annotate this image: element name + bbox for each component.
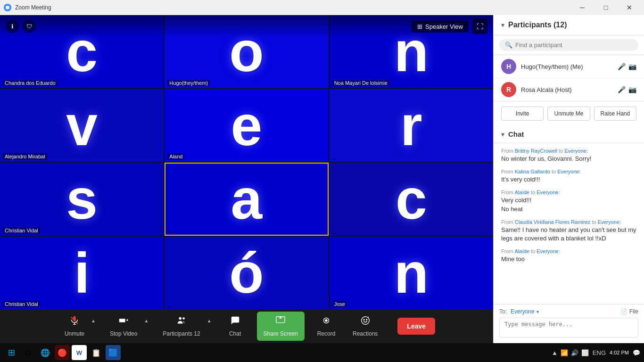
video-cell-10[interactable]: ó <box>165 237 328 310</box>
time-display: 4:02 PM <box>610 349 629 356</box>
chat-section: ▾ Chat From Brittny RayCrowell to Everyo… <box>494 125 644 343</box>
info-button[interactable]: ℹ <box>6 20 19 33</box>
chat-to-4[interactable]: Everyone: <box>537 248 560 254</box>
maximize-button[interactable]: □ <box>595 0 617 15</box>
taskbar-expand-icon[interactable]: ▲ <box>552 349 558 356</box>
chat-from-2[interactable]: Alaíde <box>515 189 529 195</box>
chat-recipient: Everyone <box>511 308 535 315</box>
chat-message-2: From Alaíde to Everyone: Very cold!!!No … <box>501 189 636 213</box>
chat-to-select[interactable]: Everyone ▾ <box>511 308 539 315</box>
windows-logo-icon: ⊞ <box>8 347 15 358</box>
close-button[interactable]: ✕ <box>619 0 640 15</box>
video-icon-rosa: 📷 <box>628 86 636 93</box>
video-cell-9[interactable]: i Christian Vidal <box>0 237 164 310</box>
unmute-button[interactable]: Unmute <box>60 313 89 340</box>
chat-icon <box>230 315 240 329</box>
leave-button[interactable]: Leave <box>397 318 435 335</box>
search-input[interactable] <box>515 41 633 49</box>
video-cell-5[interactable]: r <box>330 89 493 162</box>
participant-name-2: Noa Mayari De lolsimie <box>332 80 389 86</box>
participant-name-rosa: Rosa Alcala (Host) <box>521 86 613 93</box>
record-button[interactable]: Record <box>312 313 340 340</box>
video-cell-6[interactable]: s Christian Vidal <box>0 163 164 236</box>
participants-button[interactable]: Participants 12 <box>158 313 205 340</box>
fullscreen-button[interactable]: ⛶ <box>472 19 487 34</box>
chat-to-0[interactable]: Everyone: <box>565 148 588 154</box>
toolbar: Unmute ▲ Stop Video ▲ <box>0 309 493 343</box>
chat-chevron[interactable]: ▾ <box>501 131 504 138</box>
chat-header: ▾ Chat <box>494 125 644 143</box>
participants-list: H Hugo(They/them) (Me) 🎤 📷 R Rosa Alcala… <box>494 55 644 101</box>
taskbar-explorer-icon[interactable]: 🗂 <box>21 345 36 360</box>
chat-text-0: No winter for us, Giovanni. Sorry! <box>501 155 636 163</box>
taskbar-zoom-icon[interactable]: 🟦 <box>106 345 121 360</box>
video-cell-4[interactable]: e Aland <box>165 89 328 162</box>
unmute-me-button[interactable]: Unmute Me <box>547 107 590 121</box>
topbar-left: ℹ 🛡 <box>6 20 36 33</box>
shield-button[interactable]: 🛡 <box>23 20 36 33</box>
video-cell-7[interactable]: a <box>165 163 328 236</box>
stop-video-arrow[interactable]: ▲ <box>142 316 150 325</box>
taskbar-chrome-icon[interactable]: 🌐 <box>38 345 53 360</box>
titlebar: Zoom Meeting ─ □ ✕ <box>0 0 644 15</box>
notification-icon[interactable]: 💬 <box>633 349 640 356</box>
chat-from-0[interactable]: Brittny RayCrowell <box>515 148 557 154</box>
taskbar-word-icon[interactable]: W <box>72 345 87 360</box>
topbar-right: ⊞ Speaker View ⛶ <box>412 19 487 34</box>
raise-hand-button[interactable]: Raise Hand <box>594 107 636 121</box>
chat-tool-button[interactable]: Chat <box>221 313 249 340</box>
chat-from-4[interactable]: Alaíde <box>515 248 529 254</box>
stop-video-button[interactable]: Stop Video <box>105 313 142 340</box>
file-button[interactable]: 📄 File <box>620 308 638 315</box>
chat-to-label: To: <box>499 308 507 315</box>
chat-to-3[interactable]: Everyone: <box>598 219 621 225</box>
language-indicator[interactable]: ENG <box>593 349 606 356</box>
participants-group: Participants 12 ▲ <box>158 313 213 340</box>
search-input-wrap: 🔍 <box>499 39 638 51</box>
chat-to-2[interactable]: Everyone: <box>537 189 560 195</box>
participant-name-0: Chandra dos Eduardo <box>3 80 58 86</box>
unmute-arrow[interactable]: ▲ <box>89 316 98 325</box>
reactions-button[interactable]: Reactions <box>348 313 382 340</box>
share-screen-icon <box>275 315 286 329</box>
taskbar-clipboard-icon[interactable]: 📋 <box>89 345 104 360</box>
minimize-button[interactable]: ─ <box>571 0 593 15</box>
invite-button[interactable]: Invite <box>501 107 544 121</box>
stop-video-label: Stop Video <box>110 330 138 337</box>
chat-to-1[interactable]: Everyone: <box>557 169 581 174</box>
unmute-label: Unmute <box>65 330 84 337</box>
chat-from-1[interactable]: Kalina Gallardo <box>515 169 550 174</box>
cell-letter-8: c <box>396 171 427 227</box>
video-cell-3[interactable]: v Alejandro Mirabal <box>0 89 164 162</box>
taskbar-network-icon[interactable]: 📶 <box>561 349 568 356</box>
zoom-icon <box>4 4 11 11</box>
taskbar-volume-icon[interactable]: 🔊 <box>571 349 578 356</box>
app-title: Zoom Meeting <box>15 4 51 11</box>
recipient-chevron-icon: ▾ <box>537 309 539 314</box>
cell-letter-7: a <box>231 171 263 227</box>
taskbar-red-icon[interactable]: 🔴 <box>55 345 70 360</box>
file-icon: 📄 <box>620 308 627 315</box>
participant-name-1: Hugo(they/them) <box>167 80 210 86</box>
record-icon <box>321 315 331 329</box>
chat-type-input[interactable] <box>499 318 638 337</box>
participant-name-9: Christian Vidal <box>3 301 40 307</box>
avatar-hugo: H <box>501 59 516 74</box>
svg-point-5 <box>179 317 182 320</box>
participants-arrow[interactable]: ▲ <box>205 316 214 325</box>
participant-name-7 <box>168 232 172 233</box>
start-button[interactable]: ⊞ <box>4 345 19 360</box>
video-cell-8[interactable]: c <box>330 163 493 236</box>
search-box: 🔍 <box>494 35 644 55</box>
participants-chevron[interactable]: ▾ <box>501 21 504 29</box>
taskbar-screen-icon[interactable]: ⬜ <box>581 349 589 356</box>
chat-tool-group: Chat <box>221 313 249 340</box>
speaker-view-button[interactable]: ⊞ Speaker View <box>412 21 469 33</box>
cell-letter-4: e <box>231 97 263 154</box>
video-cell-11[interactable]: n Jose <box>330 237 493 310</box>
taskbar: ⊞ 🗂 🌐 🔴 W 📋 🟦 ▲ 📶 🔊 ⬜ ENG 4:02 PM 💬 <box>0 343 644 362</box>
chat-messages: From Brittny RayCrowell to Everyone: No … <box>494 143 644 304</box>
share-screen-button[interactable]: Share Screen <box>257 312 305 341</box>
video-topbar: ℹ 🛡 ⊞ Speaker View ⛶ <box>0 15 493 38</box>
chat-from-3[interactable]: Claudia Viridiana Flores Ramirez <box>515 219 591 225</box>
